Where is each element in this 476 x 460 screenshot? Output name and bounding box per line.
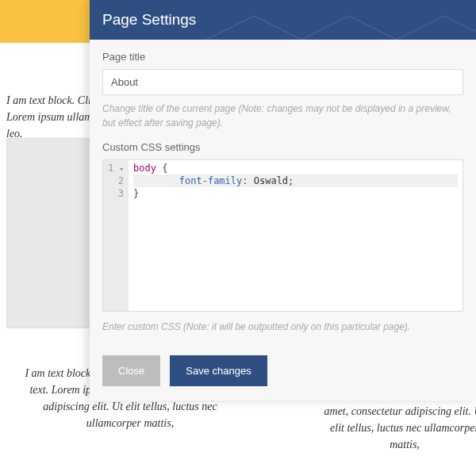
page-title-input[interactable]	[102, 69, 463, 95]
modal-body: Page title Change title of the current p…	[90, 40, 476, 344]
gutter-line-2: 2	[106, 174, 124, 187]
css-value: Oswald	[254, 175, 288, 186]
css-selector: body	[133, 163, 156, 174]
yellow-bar	[0, 0, 90, 43]
close-button[interactable]: Close	[102, 355, 160, 386]
code-content[interactable]: body { font-family: Oswald; }	[129, 160, 463, 311]
gutter-line-3: 3	[106, 187, 124, 200]
css-property: font-family	[179, 175, 242, 186]
page-title-hint: Change title of the current page (Note: …	[102, 102, 463, 130]
modal-header: Page Settings	[90, 0, 476, 40]
page-settings-modal: Page Settings Page title Change title of…	[90, 0, 476, 401]
page-title-label: Page title	[102, 51, 463, 63]
header-pattern	[206, 16, 476, 40]
save-button[interactable]: Save changes	[170, 355, 267, 386]
background-text-block-4: amet, tell	[435, 403, 476, 420]
modal-footer: Close Save changes	[90, 344, 476, 401]
custom-css-editor[interactable]: 1 ▾ 2 3 body { font-family: Oswald; }	[102, 159, 463, 312]
custom-css-label: Custom CSS settings	[102, 141, 463, 153]
modal-title: Page Settings	[102, 11, 196, 28]
code-gutter: 1 ▾ 2 3	[103, 160, 129, 311]
gutter-line-1: 1	[108, 163, 113, 174]
fold-marker-icon[interactable]: ▾	[120, 165, 124, 173]
custom-css-hint: Enter custom CSS (Note: it will be outpu…	[102, 320, 463, 334]
